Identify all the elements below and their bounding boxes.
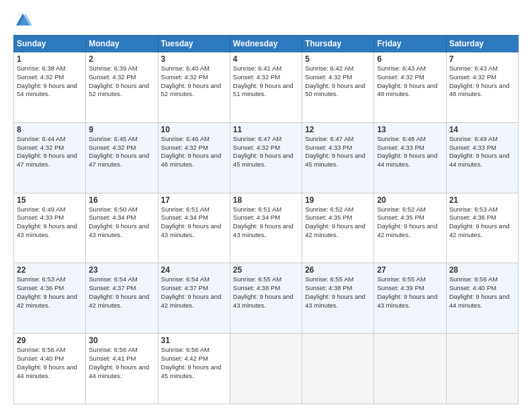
calendar-cell: 19Sunrise: 6:52 AMSunset: 4:35 PMDayligh… [302, 193, 374, 263]
col-header-saturday: Saturday [446, 36, 518, 52]
day-number: 3 [161, 54, 227, 64]
week-row-5: 29Sunrise: 6:56 AMSunset: 4:40 PMDayligh… [14, 334, 519, 404]
header-row: SundayMondayTuesdayWednesdayThursdayFrid… [14, 36, 519, 52]
day-info: Sunrise: 6:38 AMSunset: 4:32 PMDaylight:… [17, 64, 83, 99]
calendar-cell [446, 334, 518, 404]
day-number: 15 [17, 195, 83, 205]
day-number: 25 [233, 265, 299, 275]
day-info: Sunrise: 6:47 AMSunset: 4:33 PMDaylight:… [305, 135, 371, 169]
day-number: 19 [305, 195, 371, 205]
day-number: 5 [305, 54, 371, 64]
day-info: Sunrise: 6:39 AMSunset: 4:32 PMDaylight:… [89, 64, 154, 99]
calendar-cell: 7Sunrise: 6:43 AMSunset: 4:32 PMDaylight… [446, 52, 518, 123]
calendar-cell: 15Sunrise: 6:49 AMSunset: 4:33 PMDayligh… [14, 193, 86, 263]
col-header-tuesday: Tuesday [158, 36, 230, 52]
day-number: 14 [449, 125, 515, 134]
day-info: Sunrise: 6:52 AMSunset: 4:35 PMDaylight:… [305, 205, 371, 240]
col-header-sunday: Sunday [14, 36, 86, 52]
day-number: 22 [17, 265, 83, 275]
calendar-cell [302, 334, 374, 404]
day-number: 18 [233, 195, 299, 205]
day-number: 9 [89, 125, 154, 134]
day-number: 24 [161, 265, 227, 275]
day-info: Sunrise: 6:41 AMSunset: 4:32 PMDaylight:… [233, 64, 299, 99]
calendar-cell: 8Sunrise: 6:44 AMSunset: 4:32 PMDaylight… [14, 122, 86, 193]
day-info: Sunrise: 6:53 AMSunset: 4:36 PMDaylight:… [449, 205, 515, 240]
col-header-friday: Friday [374, 36, 446, 52]
day-number: 8 [17, 125, 83, 134]
day-number: 10 [161, 125, 227, 134]
calendar-cell: 5Sunrise: 6:42 AMSunset: 4:32 PMDaylight… [302, 52, 374, 123]
calendar-cell: 23Sunrise: 6:54 AMSunset: 4:37 PMDayligh… [86, 263, 158, 334]
week-row-4: 22Sunrise: 6:53 AMSunset: 4:36 PMDayligh… [14, 263, 519, 334]
day-number: 12 [305, 125, 371, 134]
day-number: 20 [377, 195, 443, 205]
day-info: Sunrise: 6:53 AMSunset: 4:36 PMDaylight:… [17, 275, 83, 310]
calendar-body: 1Sunrise: 6:38 AMSunset: 4:32 PMDaylight… [14, 52, 519, 404]
day-number: 21 [449, 195, 515, 205]
calendar-cell: 14Sunrise: 6:49 AMSunset: 4:33 PMDayligh… [446, 122, 518, 193]
calendar-cell: 1Sunrise: 6:38 AMSunset: 4:32 PMDaylight… [14, 52, 86, 123]
week-row-1: 1Sunrise: 6:38 AMSunset: 4:32 PMDaylight… [14, 52, 519, 123]
col-header-wednesday: Wednesday [230, 36, 302, 52]
day-info: Sunrise: 6:42 AMSunset: 4:32 PMDaylight:… [305, 64, 371, 99]
day-info: Sunrise: 6:56 AMSunset: 4:41 PMDaylight:… [89, 346, 154, 380]
day-info: Sunrise: 6:44 AMSunset: 4:32 PMDaylight:… [17, 135, 83, 169]
day-info: Sunrise: 6:55 AMSunset: 4:38 PMDaylight:… [233, 275, 299, 310]
day-number: 26 [305, 265, 371, 275]
day-info: Sunrise: 6:54 AMSunset: 4:37 PMDaylight:… [89, 275, 154, 310]
day-info: Sunrise: 6:51 AMSunset: 4:34 PMDaylight:… [233, 205, 299, 240]
col-header-monday: Monday [86, 36, 158, 52]
day-info: Sunrise: 6:46 AMSunset: 4:32 PMDaylight:… [161, 135, 227, 169]
day-info: Sunrise: 6:47 AMSunset: 4:32 PMDaylight:… [233, 135, 299, 169]
day-number: 31 [161, 336, 227, 345]
day-number: 7 [449, 54, 515, 64]
calendar-header: SundayMondayTuesdayWednesdayThursdayFrid… [14, 36, 519, 52]
day-info: Sunrise: 6:54 AMSunset: 4:37 PMDaylight:… [161, 275, 227, 310]
day-number: 17 [161, 195, 227, 205]
day-number: 2 [89, 54, 154, 64]
calendar-cell: 22Sunrise: 6:53 AMSunset: 4:36 PMDayligh… [14, 263, 86, 334]
day-number: 1 [17, 54, 83, 64]
calendar-cell: 29Sunrise: 6:56 AMSunset: 4:40 PMDayligh… [14, 334, 86, 404]
calendar-cell: 30Sunrise: 6:56 AMSunset: 4:41 PMDayligh… [86, 334, 158, 404]
day-info: Sunrise: 6:52 AMSunset: 4:35 PMDaylight:… [377, 205, 443, 240]
calendar-cell: 18Sunrise: 6:51 AMSunset: 4:34 PMDayligh… [230, 193, 302, 263]
day-info: Sunrise: 6:55 AMSunset: 4:39 PMDaylight:… [377, 275, 443, 310]
calendar-cell [374, 334, 446, 404]
day-number: 16 [89, 195, 154, 205]
calendar-cell: 16Sunrise: 6:50 AMSunset: 4:34 PMDayligh… [86, 193, 158, 263]
day-info: Sunrise: 6:40 AMSunset: 4:32 PMDaylight:… [161, 64, 227, 99]
calendar-cell: 20Sunrise: 6:52 AMSunset: 4:35 PMDayligh… [374, 193, 446, 263]
day-number: 30 [89, 336, 154, 345]
day-info: Sunrise: 6:56 AMSunset: 4:42 PMDaylight:… [161, 346, 227, 380]
calendar-cell: 21Sunrise: 6:53 AMSunset: 4:36 PMDayligh… [446, 193, 518, 263]
calendar-cell: 31Sunrise: 6:56 AMSunset: 4:42 PMDayligh… [158, 334, 230, 404]
calendar-cell: 2Sunrise: 6:39 AMSunset: 4:32 PMDaylight… [86, 52, 158, 123]
day-number: 23 [89, 265, 154, 275]
calendar-cell: 17Sunrise: 6:51 AMSunset: 4:34 PMDayligh… [158, 193, 230, 263]
day-info: Sunrise: 6:55 AMSunset: 4:38 PMDaylight:… [305, 275, 371, 310]
day-info: Sunrise: 6:51 AMSunset: 4:34 PMDaylight:… [161, 205, 227, 240]
calendar-cell: 28Sunrise: 6:56 AMSunset: 4:40 PMDayligh… [446, 263, 518, 334]
week-row-3: 15Sunrise: 6:49 AMSunset: 4:33 PMDayligh… [14, 193, 519, 263]
day-info: Sunrise: 6:43 AMSunset: 4:32 PMDaylight:… [449, 64, 515, 99]
calendar-cell: 25Sunrise: 6:55 AMSunset: 4:38 PMDayligh… [230, 263, 302, 334]
calendar-cell: 26Sunrise: 6:55 AMSunset: 4:38 PMDayligh… [302, 263, 374, 334]
calendar-cell: 9Sunrise: 6:45 AMSunset: 4:32 PMDaylight… [86, 122, 158, 193]
calendar-cell: 4Sunrise: 6:41 AMSunset: 4:32 PMDaylight… [230, 52, 302, 123]
day-number: 28 [449, 265, 515, 275]
week-row-2: 8Sunrise: 6:44 AMSunset: 4:32 PMDaylight… [14, 122, 519, 193]
logo-icon [13, 11, 32, 30]
calendar-cell: 10Sunrise: 6:46 AMSunset: 4:32 PMDayligh… [158, 122, 230, 193]
calendar-table: SundayMondayTuesdayWednesdayThursdayFrid… [13, 35, 519, 404]
calendar-cell: 13Sunrise: 6:48 AMSunset: 4:33 PMDayligh… [374, 122, 446, 193]
day-info: Sunrise: 6:50 AMSunset: 4:34 PMDaylight:… [89, 205, 154, 240]
day-number: 11 [233, 125, 299, 134]
day-info: Sunrise: 6:45 AMSunset: 4:32 PMDaylight:… [89, 135, 154, 169]
day-info: Sunrise: 6:48 AMSunset: 4:33 PMDaylight:… [377, 135, 443, 169]
day-number: 27 [377, 265, 443, 275]
calendar-cell: 11Sunrise: 6:47 AMSunset: 4:32 PMDayligh… [230, 122, 302, 193]
calendar-cell: 24Sunrise: 6:54 AMSunset: 4:37 PMDayligh… [158, 263, 230, 334]
col-header-thursday: Thursday [302, 36, 374, 52]
